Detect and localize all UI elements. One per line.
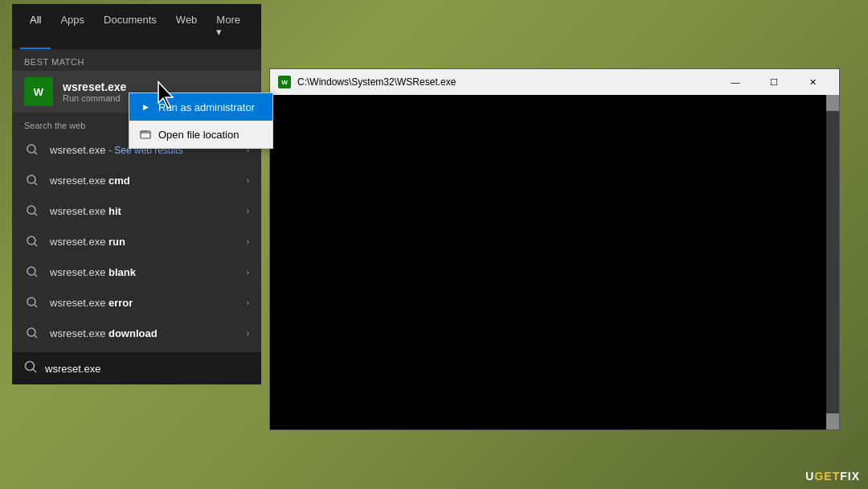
best-match-title: wsreset.exe [63,80,126,93]
svg-point-10 [27,267,35,275]
chevron-icon-3: › [247,237,249,246]
context-run-as-admin[interactable]: ▶ Run as administrator [129,93,272,121]
search-result-1-text: wsreset.exe cmd [50,175,247,187]
svg-text:▶: ▶ [143,103,149,111]
search-result-4-text: wsreset.exe blank [50,266,247,278]
tab-apps[interactable]: Apps [51,4,94,49]
search-result-4[interactable]: wsreset.exe blank › [12,257,261,287]
svg-line-13 [35,305,37,307]
wsreset-icon: W [24,77,53,106]
close-button[interactable]: ✕ [794,69,831,95]
scrollbar[interactable] [826,95,839,429]
svg-point-14 [27,328,35,336]
run-admin-icon: ▶ [139,101,152,113]
svg-line-5 [35,183,37,185]
chevron-icon-6: › [247,329,249,338]
svg-line-17 [33,369,36,372]
search-result-5[interactable]: wsreset.exe error › [12,287,261,318]
watermark-fix: FIX [840,470,860,483]
search-result-5-icon [24,294,40,310]
watermark: UGETFIX [805,470,860,483]
watermark-u: U [805,470,814,483]
svg-line-7 [35,213,37,216]
chevron-icon-4: › [247,268,249,277]
tab-all[interactable]: All [20,4,51,49]
search-result-1[interactable]: wsreset.exe cmd › [12,165,261,195]
run-admin-label: Run as administrator [158,101,255,113]
search-result-6-text: wsreset.exe download [50,327,247,339]
svg-point-16 [26,362,35,371]
search-result-4-icon [24,264,40,280]
wsreset-window-title: C:\Windows\System32\WSReset.exe [297,76,456,88]
svg-line-11 [35,274,37,277]
wsreset-window: W C:\Windows\System32\WSReset.exe — ☐ ✕ [269,68,840,430]
best-match-label: Best match [12,49,261,71]
tab-documents[interactable]: Documents [94,4,166,49]
context-open-file[interactable]: Open file location [129,121,272,148]
search-result-3-icon [24,233,40,249]
wsreset-content [270,95,839,429]
svg-point-12 [27,298,35,306]
svg-rect-20 [141,131,150,138]
search-result-6[interactable]: wsreset.exe download › [12,318,261,348]
context-menu: ▶ Run as administrator Open file locatio… [129,92,273,149]
search-result-0-icon [24,142,40,158]
search-result-3-text: wsreset.exe run [50,236,247,248]
maximize-button[interactable]: ☐ [755,69,792,95]
minimize-button[interactable]: — [717,69,754,95]
wsreset-title-icon: W [278,76,291,88]
open-file-icon [139,128,152,141]
svg-point-2 [27,145,35,153]
svg-point-4 [27,175,35,183]
svg-text:W: W [281,79,288,86]
svg-point-6 [27,206,35,214]
scrollbar-thumb-top [826,95,839,111]
search-result-3[interactable]: wsreset.exe run › [12,226,261,257]
svg-line-3 [35,152,37,154]
search-result-5-text: wsreset.exe error [50,297,247,309]
scrollbar-thumb-bottom [826,413,839,429]
svg-text:W: W [34,86,44,98]
svg-line-9 [35,244,37,246]
search-bar [12,352,261,384]
start-menu: All Apps Documents Web More ▾ Best match… [12,4,261,384]
search-result-1-icon [24,172,40,188]
search-result-2[interactable]: wsreset.exe hit › [12,195,261,226]
best-match-subtitle: Run command [63,93,126,103]
tab-more[interactable]: More ▾ [207,4,253,49]
wsreset-titlebar: W C:\Windows\System32\WSReset.exe — ☐ ✕ [270,69,839,95]
search-result-2-icon [24,203,40,219]
tab-web[interactable]: Web [166,4,207,49]
watermark-get: GET [814,470,840,483]
search-result-6-icon [24,325,40,341]
wsreset-controls: — ☐ ✕ [717,69,831,95]
search-input[interactable] [45,363,249,375]
search-result-2-text: wsreset.exe hit [50,205,247,217]
best-match-text: wsreset.exe Run command [63,80,126,103]
store-icon-svg: W [30,83,47,101]
open-file-label: Open file location [158,129,239,141]
chevron-icon-1: › [247,176,249,185]
start-menu-tabs: All Apps Documents Web More ▾ [12,4,261,49]
svg-point-8 [27,236,35,244]
chevron-icon-2: › [247,207,249,216]
chevron-icon-5: › [247,298,249,307]
wsreset-title-left: W C:\Windows\System32\WSReset.exe [278,76,456,88]
svg-line-15 [35,335,37,338]
search-bar-icon [24,360,37,376]
